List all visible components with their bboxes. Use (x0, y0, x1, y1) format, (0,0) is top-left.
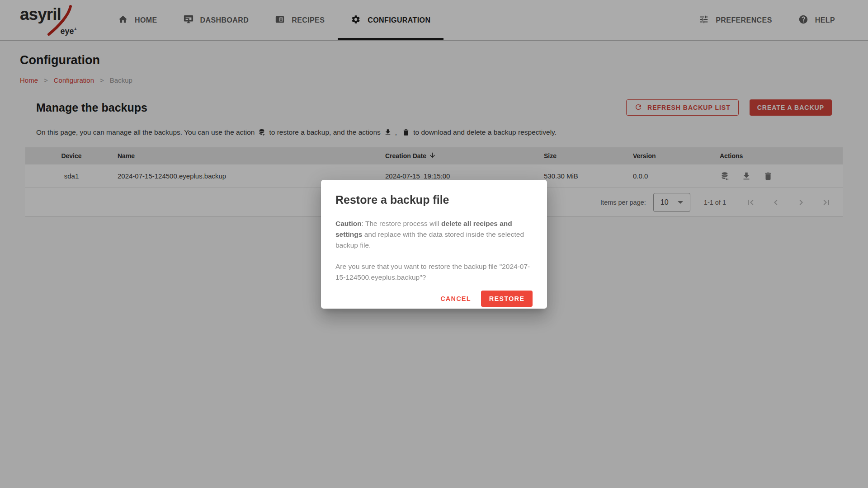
dialog-actions: CANCEL RESTORE (335, 291, 533, 307)
confirm-paragraph: Are you sure that you want to restore th… (335, 261, 533, 283)
caution-label: Caution (335, 220, 362, 227)
restore-button[interactable]: RESTORE (481, 291, 533, 307)
restore-backup-dialog: Restore a backup file Caution: The resto… (321, 180, 547, 309)
dialog-title: Restore a backup file (335, 193, 533, 206)
dialog-body: Caution: The restore process will delete… (335, 218, 533, 283)
cancel-button[interactable]: CANCEL (436, 291, 476, 307)
caution-paragraph: Caution: The restore process will delete… (335, 218, 533, 251)
